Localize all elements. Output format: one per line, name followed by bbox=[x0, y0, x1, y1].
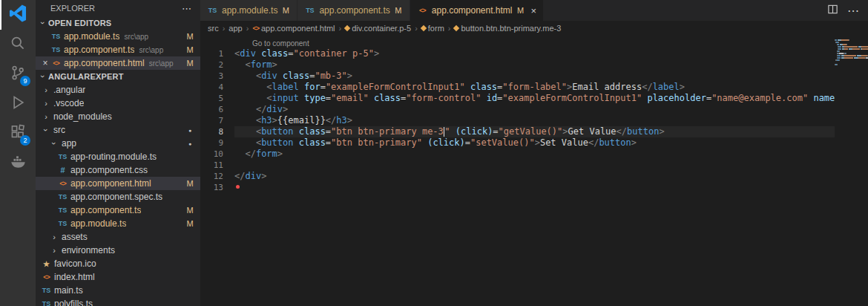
modified-dot-badge: ● bbox=[185, 141, 194, 146]
minimap-line bbox=[835, 48, 868, 50]
tab[interactable]: TSapp.component.tsM bbox=[297, 0, 410, 21]
run-debug-icon bbox=[10, 94, 26, 114]
codelens-link[interactable]: Go to component bbox=[252, 39, 868, 48]
breadcrumb-item[interactable]: form bbox=[421, 24, 444, 33]
file-name: environments bbox=[62, 245, 115, 255]
editor-gutter: 12345678910111213 bbox=[200, 36, 234, 306]
ts-file-icon: TS bbox=[207, 7, 218, 14]
minimap-line bbox=[835, 42, 868, 43]
breadcrumb-item[interactable]: <>app.component.html bbox=[252, 24, 335, 33]
source-control-activity-button[interactable]: 9 bbox=[0, 59, 36, 89]
code-line[interactable]: <div class="container p-5"> bbox=[234, 48, 868, 59]
css-file-icon: # bbox=[57, 166, 68, 175]
git-modified-badge: M bbox=[185, 59, 194, 68]
git-modified-badge: M bbox=[185, 206, 194, 215]
html-file-icon: <> bbox=[50, 59, 62, 67]
minimap[interactable] bbox=[835, 36, 868, 306]
breadcrumb-item[interactable]: src bbox=[208, 24, 219, 33]
tree-item[interactable]: ›app● bbox=[36, 137, 200, 150]
tree-item[interactable]: ›assets bbox=[36, 230, 200, 244]
tab[interactable]: <>app.component.htmlM× bbox=[410, 0, 544, 21]
git-modified-badge: M bbox=[394, 6, 403, 15]
close-editor-icon[interactable]: × bbox=[40, 58, 50, 68]
tree-item[interactable]: #app.component.css bbox=[36, 163, 200, 177]
tree-item[interactable]: ›.angular bbox=[36, 83, 200, 97]
open-editor-item[interactable]: ×<>app.component.htmlsrc\appM bbox=[36, 56, 200, 70]
file-name: src bbox=[53, 125, 65, 135]
ts-file-icon: TS bbox=[41, 287, 52, 294]
code-line[interactable]: <h3>{{email}}</h3> bbox=[234, 115, 868, 126]
split-editor-icon[interactable] bbox=[827, 4, 838, 18]
chevron-down-icon: › bbox=[39, 71, 47, 82]
vscode-window: 9 2 EXPLORER ⋯ › OPEN EDITORS TS bbox=[0, 0, 868, 306]
tree-item[interactable]: TSapp-routing.module.ts bbox=[36, 150, 200, 163]
html-file-icon: <> bbox=[252, 25, 259, 32]
code-line[interactable]: <form> bbox=[234, 59, 868, 71]
line-number: 6 bbox=[200, 104, 234, 115]
code-line[interactable]: </div> bbox=[234, 171, 868, 182]
breadcrumb-item[interactable]: app bbox=[228, 24, 242, 33]
minimap-line bbox=[835, 53, 868, 54]
code-line[interactable] bbox=[234, 160, 868, 171]
close-tab-icon[interactable]: × bbox=[531, 5, 537, 16]
open-editor-item[interactable]: TSapp.component.tssrc\appM bbox=[36, 43, 200, 56]
breadcrumb-separator: › bbox=[415, 24, 418, 33]
symbol-icon bbox=[453, 25, 459, 31]
file-name: node_modules bbox=[53, 111, 112, 122]
breadcrumb-separator: › bbox=[246, 24, 249, 33]
tree-item[interactable]: ›src● bbox=[36, 123, 200, 137]
file-name: favicon.ico bbox=[54, 258, 96, 269]
explorer-activity-button[interactable] bbox=[0, 0, 36, 30]
tree-item[interactable]: <>app.component.htmlM bbox=[36, 177, 200, 190]
code-line[interactable]: <div class="mb-3"> bbox=[234, 71, 868, 82]
explorer-more-actions-icon[interactable]: ⋯ bbox=[182, 3, 191, 14]
file-name: app bbox=[62, 138, 76, 149]
open-editors-label: OPEN EDITORS bbox=[48, 19, 111, 27]
code-editor[interactable]: 12345678910111213 Go to component <div c… bbox=[200, 36, 868, 306]
tree-item[interactable]: ›environments bbox=[36, 244, 200, 257]
docker-activity-button[interactable] bbox=[0, 149, 36, 178]
breadcrumb-item[interactable]: button.btn.btn-primary.me-3 bbox=[454, 24, 561, 33]
file-name: app.module.ts bbox=[64, 31, 119, 42]
code-line[interactable]: <button class="btn btn-primary me-3" (cl… bbox=[234, 126, 868, 137]
html-file-icon: <> bbox=[417, 7, 428, 14]
minimap-line bbox=[835, 39, 868, 41]
file-path: src\app bbox=[149, 59, 174, 68]
file-name: assets bbox=[62, 232, 88, 242]
chevron-down-icon: › bbox=[42, 125, 50, 135]
run-debug-activity-button[interactable] bbox=[0, 89, 36, 119]
file-name: app.component.spec.ts bbox=[70, 192, 162, 202]
code-line[interactable]: </div> bbox=[234, 104, 868, 115]
open-editor-item[interactable]: TSapp.module.tssrc\appM bbox=[36, 30, 200, 43]
code-line[interactable]: <input type="email" class="form-control"… bbox=[234, 93, 868, 104]
code-line[interactable]: <button class="btn btn-primary" (click)=… bbox=[234, 137, 868, 149]
file-name: polyfills.ts bbox=[54, 299, 93, 306]
tabs-container: TSapp.module.tsMTSapp.component.tsM<>app… bbox=[200, 0, 544, 21]
open-editors-header[interactable]: › OPEN EDITORS bbox=[36, 16, 200, 30]
code-line[interactable]: <label for="exampleFormControlInput1" cl… bbox=[234, 82, 868, 93]
tree-item[interactable]: ›node_modules bbox=[36, 110, 200, 123]
tree-item[interactable]: TSapp.module.tsM bbox=[36, 217, 200, 230]
tree-item[interactable]: TSpolyfills.ts bbox=[36, 297, 200, 306]
ts-file-icon: TS bbox=[50, 33, 62, 40]
code-line[interactable] bbox=[234, 182, 868, 193]
ts-file-icon: TS bbox=[57, 193, 68, 201]
tree-item[interactable]: TSapp.component.tsM bbox=[36, 204, 200, 217]
extensions-activity-button[interactable]: 2 bbox=[0, 119, 36, 149]
git-modified-badge: M bbox=[516, 6, 525, 15]
breadcrumb-item[interactable]: div.container.p-5 bbox=[345, 24, 411, 33]
minimap-line bbox=[835, 62, 868, 63]
tree-item[interactable]: ›.vscode bbox=[36, 97, 200, 110]
search-activity-button[interactable] bbox=[0, 30, 36, 59]
tree-item[interactable]: ★favicon.ico bbox=[36, 257, 200, 270]
tree-item[interactable]: <>index.html bbox=[36, 270, 200, 284]
tab[interactable]: TSapp.module.tsM bbox=[200, 0, 297, 21]
symbol-icon bbox=[344, 25, 350, 31]
more-actions-icon[interactable]: ⋯ bbox=[847, 4, 859, 18]
tree-item[interactable]: TSmain.ts bbox=[36, 284, 200, 297]
project-section-header[interactable]: › ANGULAREXPERT bbox=[36, 70, 200, 83]
file-name: app.component.ts bbox=[64, 45, 134, 55]
ts-file-icon: TS bbox=[50, 46, 62, 53]
code-line[interactable]: </form> bbox=[234, 149, 868, 160]
tree-item[interactable]: TSapp.component.spec.ts bbox=[36, 190, 200, 204]
